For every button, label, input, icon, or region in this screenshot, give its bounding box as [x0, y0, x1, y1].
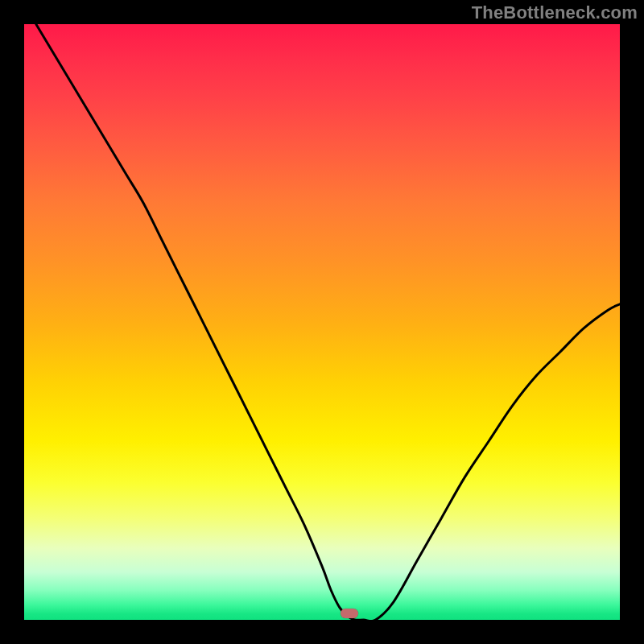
- watermark-text: TheBottleneck.com: [472, 2, 638, 23]
- chart-frame: TheBottleneck.com: [0, 0, 644, 644]
- plot-area: [24, 24, 620, 620]
- background-gradient: [24, 24, 620, 620]
- optimum-marker: [341, 609, 358, 618]
